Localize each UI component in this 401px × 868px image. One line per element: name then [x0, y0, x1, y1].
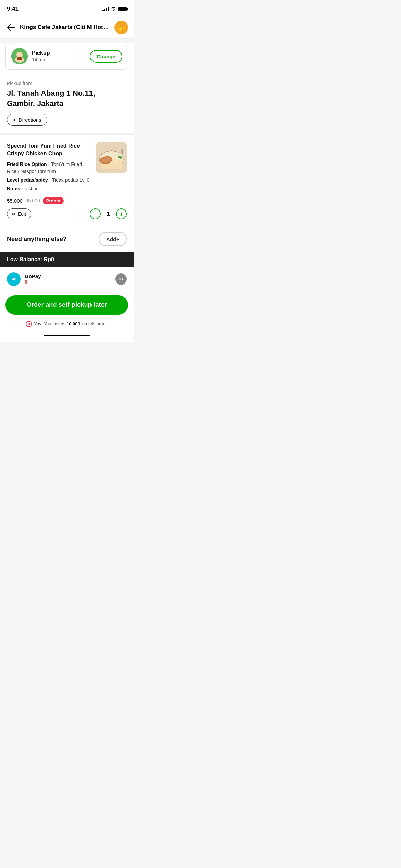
notes-label: Notes :	[7, 186, 23, 191]
order-section: Special Tom Yum Fried Rice + Crispy Chic…	[0, 135, 134, 225]
order-button-wrap: Order and self-pickup later	[0, 291, 134, 317]
svg-rect-19	[121, 149, 122, 154]
plus-icon: +	[120, 211, 123, 217]
header-title: Kings Cafe Jakarta (Citi M Hotel), Tana.…	[20, 24, 111, 31]
svg-point-14	[117, 161, 118, 162]
payment-info: GoPay 0	[25, 273, 41, 285]
savings-row: ⊘ Yay! You saved 10.000 on this order.	[0, 317, 134, 332]
svg-rect-3	[17, 57, 22, 60]
need-more-section: Need anything else? Add+	[0, 225, 134, 252]
status-icons	[102, 7, 127, 11]
address-section: Pickup from Jl. Tanah Abang 1 No.11,Gamb…	[0, 75, 134, 135]
edit-label: Edit	[18, 211, 26, 217]
minus-icon: −	[94, 211, 97, 217]
spicy-value: Tidak pedas Lvl 0	[52, 177, 89, 183]
svg-point-13	[116, 160, 117, 161]
item-image	[96, 142, 127, 173]
ellipsis-icon: •••	[118, 277, 124, 281]
food-image	[96, 142, 127, 173]
pickup-card: Pickup 14 min Change	[5, 43, 128, 70]
price-row: 55.000 65.000 Promo	[7, 197, 127, 204]
change-button[interactable]: Change	[90, 50, 122, 63]
savings-prefix: Yay! You saved	[34, 321, 64, 326]
directions-label: Directions	[19, 117, 41, 123]
payment-left: GoPay 0	[7, 272, 41, 286]
pickup-from-label: Pickup from	[7, 81, 127, 86]
signal-icon	[102, 7, 109, 11]
notes-option: Notes : testing	[7, 185, 92, 192]
svg-point-12	[118, 159, 119, 160]
svg-rect-18	[122, 149, 122, 157]
pickup-info: Pickup 14 min	[32, 50, 50, 62]
fried-rice-option: Fried Rice Option : TomYum Fried Rice / …	[7, 161, 92, 175]
add-more-button[interactable]: Add+	[99, 232, 127, 246]
directions-button[interactable]: ➤ Directions	[7, 114, 47, 126]
price-current: 55.000	[7, 198, 23, 204]
thumb-button[interactable]: 👍	[114, 21, 128, 34]
gopay-icon	[7, 272, 21, 286]
need-more-text: Need anything else?	[7, 236, 67, 243]
svg-point-15	[114, 162, 116, 163]
back-button[interactable]	[5, 22, 16, 33]
pickup-time: 14 min	[32, 57, 50, 62]
payment-balance: 0	[25, 279, 41, 285]
decrease-qty-button[interactable]: −	[90, 208, 101, 219]
low-balance-text: Low Balance: Rp0	[7, 256, 54, 262]
fried-rice-label: Fried Rice Option :	[7, 161, 50, 167]
savings-icon: ⊘	[26, 321, 32, 327]
svg-rect-20	[122, 149, 123, 154]
order-button[interactable]: Order and self-pickup later	[5, 295, 128, 315]
item-actions: ✏ Edit − 1 +	[7, 208, 127, 219]
more-options-button[interactable]: •••	[115, 273, 127, 285]
quantity-control: − 1 +	[90, 208, 127, 219]
avatar	[11, 48, 28, 64]
item-details: Special Tom Yum Fried Rice + Crispy Chic…	[7, 142, 92, 193]
home-indicator	[0, 332, 134, 342]
header: Kings Cafe Jakarta (Citi M Hotel), Tana.…	[0, 16, 134, 39]
promo-badge: Promo	[43, 197, 64, 204]
pickup-label: Pickup	[32, 50, 50, 56]
pickup-left: Pickup 14 min	[11, 48, 50, 64]
payment-name: GoPay	[25, 273, 41, 279]
svg-point-11	[116, 157, 117, 159]
address-text: Jl. Tanah Abang 1 No.11,Gambir, Jakarta	[7, 88, 127, 108]
battery-icon	[118, 7, 127, 11]
status-bar: 9:41	[0, 0, 134, 16]
quantity-value: 1	[106, 211, 111, 217]
savings-suffix: on this order.	[82, 321, 108, 326]
status-time: 9:41	[7, 5, 19, 12]
pencil-icon: ✏	[12, 211, 16, 217]
item-name: Special Tom Yum Fried Rice + Crispy Chic…	[7, 142, 92, 157]
price-original: 65.000	[25, 198, 40, 203]
notes-value: testing	[24, 186, 38, 191]
wifi-icon	[111, 7, 116, 11]
savings-amount: 10.000	[66, 321, 80, 326]
spicy-label: Level pedas/spicy :	[7, 177, 51, 183]
home-bar	[44, 335, 90, 336]
payment-row: GoPay 0 •••	[0, 267, 134, 291]
edit-button[interactable]: ✏ Edit	[7, 208, 31, 219]
thumb-icon: 👍	[117, 23, 126, 32]
increase-qty-button[interactable]: +	[116, 208, 127, 219]
directions-icon: ➤	[13, 117, 16, 122]
spicy-option: Level pedas/spicy : Tidak pedas Lvl 0	[7, 177, 92, 184]
svg-point-22	[13, 278, 15, 280]
low-balance-banner: Low Balance: Rp0	[0, 252, 134, 267]
item-row: Special Tom Yum Fried Rice + Crispy Chic…	[7, 142, 127, 193]
